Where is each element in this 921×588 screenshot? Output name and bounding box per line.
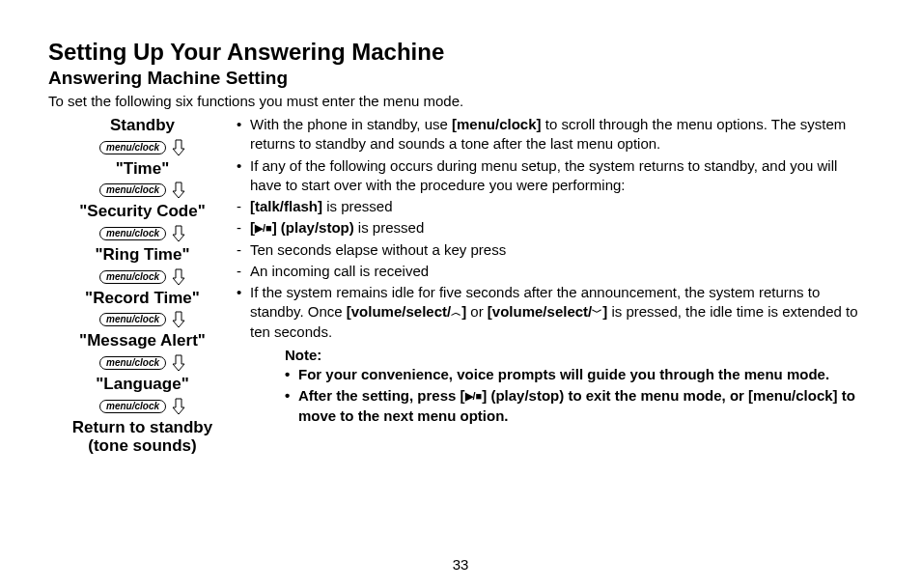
- instruction-text: With the phone in standby, use [menu/clo…: [237, 115, 873, 428]
- flow-final-line2: (tone sounds): [88, 436, 196, 455]
- text: With the phone in standby, use: [250, 116, 452, 132]
- menu-clock-button-icon: menu/clock: [99, 227, 166, 240]
- flow-arrow-row: menu/clock: [48, 180, 237, 201]
- down-arrow-icon: [172, 398, 185, 415]
- down-arrow-icon: [172, 311, 185, 328]
- note-item: After the setting, press [▶/■] (play/sto…: [285, 386, 873, 426]
- flow-arrow-row: menu/clock: [48, 223, 237, 244]
- down-arrow-icon: [172, 354, 185, 372]
- content-columns: Standby menu/clock "Time" menu/clock "Se…: [48, 115, 873, 457]
- key-label: [▶/■] (play/stop): [250, 219, 354, 236]
- menu-flow-diagram: Standby menu/clock "Time" menu/clock "Se…: [48, 115, 237, 457]
- down-arrow-icon: [172, 139, 185, 156]
- flow-step: "Ring Time": [48, 246, 237, 265]
- text: After the setting, press [: [298, 387, 465, 404]
- bullet-item: If any of the following occurs during me…: [237, 156, 873, 196]
- manual-page: Setting Up Your Answering Machine Answer…: [0, 0, 921, 588]
- flow-step: Standby: [48, 117, 237, 135]
- flow-arrow-row: menu/clock: [48, 396, 237, 417]
- note-item: For your convenience, voice prompts will…: [285, 365, 873, 384]
- page-number: 33: [0, 556, 921, 573]
- flow-final: Return to standby (tone sounds): [48, 419, 237, 455]
- down-chevron-icon: ﹀: [592, 306, 602, 318]
- play-stop-icon: ▶/■: [465, 390, 483, 402]
- down-arrow-icon: [172, 225, 185, 242]
- note-title: Note:: [285, 346, 873, 365]
- dash-item: Ten seconds elapse without a key press: [237, 240, 873, 260]
- menu-clock-button-icon: menu/clock: [99, 356, 166, 370]
- flow-arrow-row: menu/clock: [48, 352, 237, 374]
- dash-item: [▶/■] (play/stop) is pressed: [237, 218, 873, 238]
- flow-final-line1: Return to standby: [72, 418, 212, 436]
- menu-clock-button-icon: menu/clock: [99, 183, 166, 197]
- key-label: [volume/select/︿]: [347, 303, 466, 320]
- menu-clock-button-icon: menu/clock: [99, 400, 166, 413]
- flow-arrow-row: menu/clock: [48, 137, 237, 158]
- text: or: [466, 303, 488, 320]
- up-chevron-icon: ︿: [451, 306, 461, 318]
- page-title: Setting Up Your Answering Machine: [48, 39, 873, 66]
- dash-item: [talk/flash] is pressed: [237, 197, 873, 216]
- flow-step: "Message Alert": [48, 332, 237, 350]
- menu-clock-button-icon: menu/clock: [99, 270, 166, 284]
- note-block: Note: For your convenience, voice prompt…: [285, 346, 873, 426]
- bullet-item: If the system remains idle for five seco…: [237, 283, 873, 342]
- flow-step: "Language": [48, 376, 237, 394]
- text: is pressed: [322, 198, 393, 214]
- text: is pressed: [354, 219, 425, 236]
- bullet-item: With the phone in standby, use [menu/clo…: [237, 115, 873, 154]
- down-arrow-icon: [172, 182, 185, 199]
- flow-step: "Time": [48, 160, 237, 179]
- section-subtitle: Answering Machine Setting: [48, 68, 873, 89]
- flow-step: "Record Time": [48, 290, 237, 308]
- flow-step: "Security Code": [48, 203, 237, 221]
- menu-clock-button-icon: menu/clock: [99, 313, 166, 326]
- play-stop-icon: ▶/■: [255, 222, 272, 234]
- key-label: [talk/flash]: [250, 198, 322, 214]
- flow-arrow-row: menu/clock: [48, 266, 237, 288]
- dash-item: An incoming call is received: [237, 262, 873, 281]
- flow-arrow-row: menu/clock: [48, 309, 237, 330]
- menu-clock-button-icon: menu/clock: [99, 141, 166, 154]
- intro-text: To set the following six functions you m…: [48, 93, 873, 109]
- key-label: [volume/select/﹀]: [488, 303, 607, 320]
- key-label: [menu/clock]: [452, 116, 542, 132]
- down-arrow-icon: [172, 268, 185, 286]
